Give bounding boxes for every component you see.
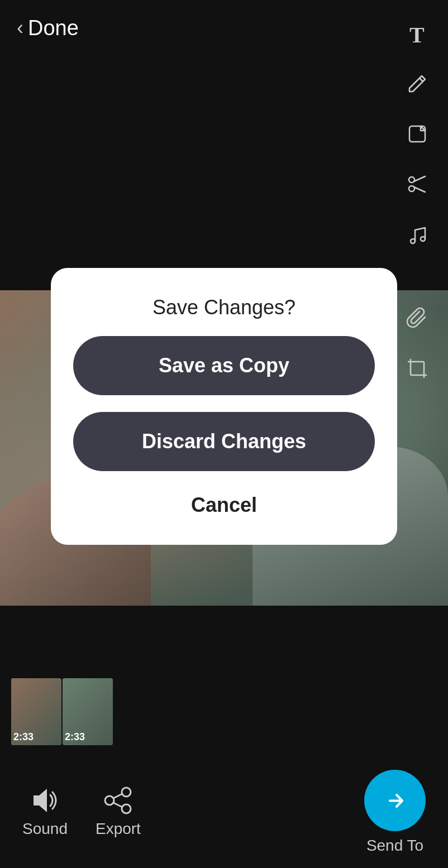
right-toolbar-upper: T (401, 17, 434, 251)
timeline-clip-1[interactable]: 2:33 (11, 678, 61, 745)
sound-label: Sound (22, 820, 68, 838)
export-icon (101, 787, 135, 814)
top-bar: ‹ Done (0, 0, 448, 56)
clip-time-1: 2:33 (13, 731, 34, 743)
send-to-button[interactable]: Send To (364, 770, 426, 855)
modal-title: Save Changes? (152, 296, 296, 319)
done-button[interactable]: ‹ Done (17, 16, 79, 40)
save-as-copy-button[interactable]: Save as Copy (73, 336, 375, 395)
pen-icon[interactable] (401, 67, 434, 100)
send-to-label: Send To (366, 837, 423, 855)
bottom-area: 2:33 2:33 Sound (0, 606, 448, 868)
music-icon[interactable] (401, 218, 434, 251)
svg-text:T: T (409, 22, 425, 46)
export-tool[interactable]: Export (96, 787, 141, 838)
send-to-arrow-icon (380, 785, 411, 816)
back-chevron-icon: ‹ (17, 18, 23, 38)
scissors-icon[interactable] (401, 167, 434, 201)
text-icon[interactable]: T (401, 17, 434, 50)
crop-icon[interactable] (401, 352, 434, 385)
right-toolbar-lower (401, 301, 434, 385)
discard-changes-button[interactable]: Discard Changes (73, 412, 375, 471)
svg-point-9 (122, 804, 131, 813)
sound-tool[interactable]: Sound (22, 787, 68, 838)
save-changes-modal: Save Changes? Save as Copy Discard Chang… (51, 268, 397, 545)
svg-rect-6 (411, 362, 424, 375)
timeline-clip-2[interactable]: 2:33 (63, 678, 113, 745)
cancel-button[interactable]: Cancel (180, 488, 268, 522)
bottom-toolbar: Sound Export Send To (0, 756, 448, 868)
sound-icon (28, 787, 61, 814)
bottom-left-tools: Sound Export (22, 787, 141, 838)
attachment-icon[interactable] (401, 301, 434, 335)
svg-point-5 (421, 237, 425, 241)
done-label: Done (28, 16, 79, 40)
timeline-strip: 2:33 2:33 (11, 678, 113, 745)
export-label: Export (96, 820, 141, 838)
svg-point-8 (122, 788, 131, 797)
sticker-icon[interactable] (401, 117, 434, 151)
svg-point-7 (105, 796, 114, 805)
clip-time-2: 2:33 (65, 731, 85, 743)
svg-point-4 (411, 239, 415, 243)
send-to-circle (364, 770, 426, 831)
